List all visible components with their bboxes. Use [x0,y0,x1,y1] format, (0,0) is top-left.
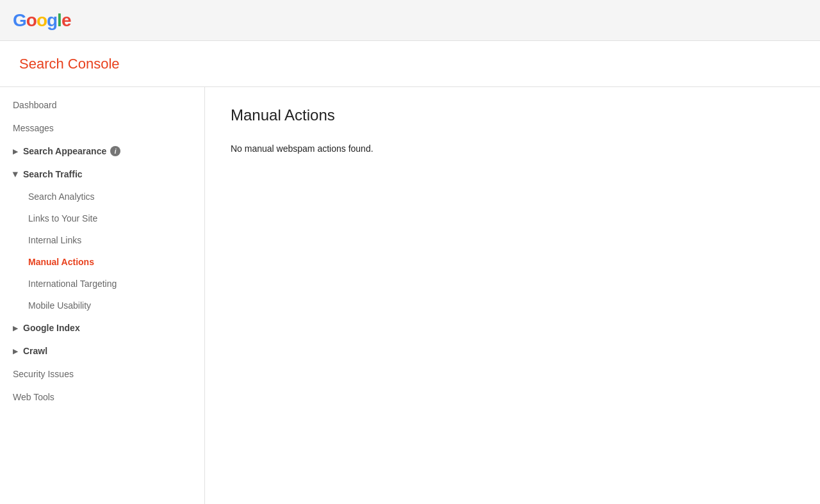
international-targeting-label: International Targeting [28,279,117,289]
logo-l: l [57,10,62,30]
logo-o1: o [26,10,37,30]
sidebar-item-international-targeting[interactable]: International Targeting [0,273,204,295]
manual-actions-label: Manual Actions [28,257,94,267]
search-traffic-arrow: ▶ [12,172,19,177]
messages-label: Messages [13,123,54,133]
mobile-usability-label: Mobile Usability [28,300,91,311]
search-appearance-label: Search Appearance [23,146,106,156]
content-message: No manual webspam actions found. [231,143,794,154]
logo-o2: o [37,10,47,30]
content-area: Manual Actions No manual webspam actions… [205,87,820,504]
info-icon[interactable]: i [110,146,120,156]
top-bar: Google [0,0,820,41]
sidebar-item-internal-links[interactable]: Internal Links [0,229,204,251]
sidebar-item-dashboard[interactable]: Dashboard [0,93,204,117]
search-analytics-label: Search Analytics [28,191,95,202]
links-to-your-site-label: Links to Your Site [28,213,97,224]
main-layout: Dashboard Messages ▶ Search Appearance i… [0,87,820,504]
sidebar-item-mobile-usability[interactable]: Mobile Usability [0,295,204,316]
internal-links-label: Internal Links [28,235,81,245]
google-index-label: Google Index [23,323,80,333]
content-title: Manual Actions [231,106,794,124]
sidebar-item-messages[interactable]: Messages [0,117,204,140]
search-appearance-arrow: ▶ [13,148,18,155]
search-traffic-label: Search Traffic [23,169,83,179]
sidebar: Dashboard Messages ▶ Search Appearance i… [0,87,205,504]
sidebar-item-links-to-your-site[interactable]: Links to Your Site [0,207,204,229]
dashboard-label: Dashboard [13,100,57,110]
sidebar-item-security-issues[interactable]: Security Issues [0,362,204,386]
sidebar-item-search-analytics[interactable]: Search Analytics [0,186,204,207]
sidebar-item-crawl[interactable]: ▶ Crawl [0,339,204,362]
security-issues-label: Security Issues [13,369,74,379]
crawl-label: Crawl [23,346,47,356]
title-bar: Search Console [0,41,820,87]
logo-g1: G [13,10,26,30]
web-tools-label: Web Tools [13,392,54,402]
logo-e: e [62,10,71,30]
google-logo: Google [13,10,70,31]
logo-g2: g [47,10,57,30]
sidebar-item-search-traffic[interactable]: ▶ Search Traffic [0,163,204,186]
page-title: Search Console [19,56,120,72]
crawl-arrow: ▶ [13,348,18,355]
sidebar-item-web-tools[interactable]: Web Tools [0,386,204,409]
google-index-arrow: ▶ [13,325,18,332]
sidebar-item-google-index[interactable]: ▶ Google Index [0,316,204,339]
sidebar-item-search-appearance[interactable]: ▶ Search Appearance i [0,140,204,163]
sidebar-item-manual-actions[interactable]: Manual Actions [0,251,204,273]
